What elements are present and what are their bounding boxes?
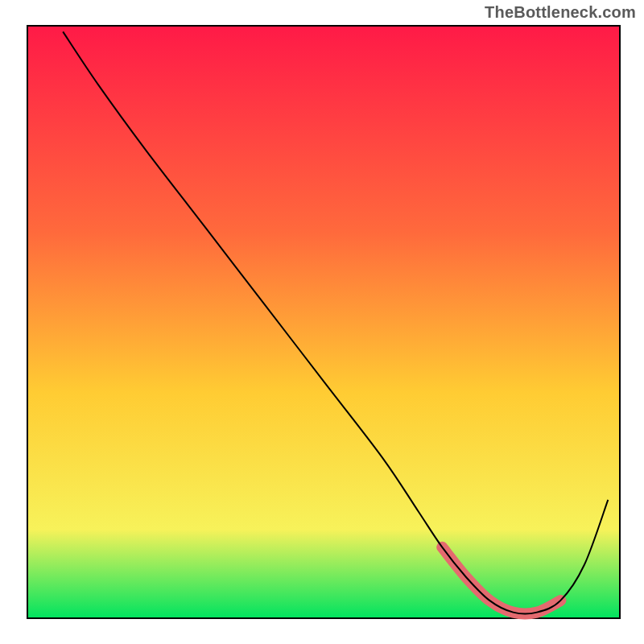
bottleneck-chart: TheBottleneck.com bbox=[0, 0, 644, 644]
watermark-text: TheBottleneck.com bbox=[485, 3, 636, 22]
chart-svg bbox=[0, 0, 644, 644]
plot-gradient-background bbox=[27, 26, 620, 618]
